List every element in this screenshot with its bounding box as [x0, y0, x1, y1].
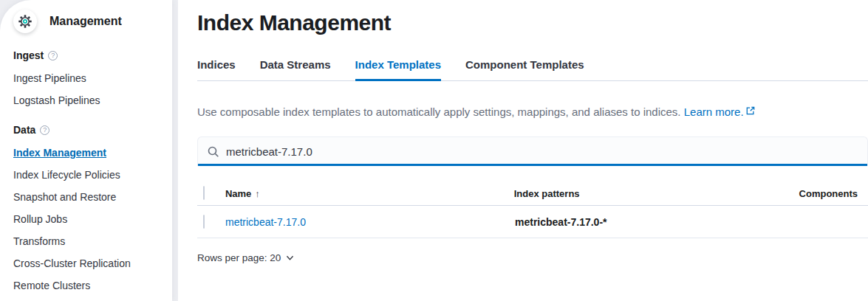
management-gear-avatar	[13, 10, 37, 33]
sidebar-item-ingest-pipelines[interactable]: Ingest Pipelines	[13, 72, 160, 84]
index-patterns-value: metricbeat-7.17.0-*	[515, 216, 801, 228]
index-templates-table: Name↑ Index patterns Components metricbe…	[197, 181, 868, 238]
column-header-components: Components	[799, 188, 868, 199]
external-link-icon	[746, 105, 755, 117]
sidebar-section-data: Data ? Index Management Index Lifecycle …	[13, 124, 160, 291]
tab-component-templates[interactable]: Component Templates	[465, 58, 584, 80]
tab-indices[interactable]: Indices	[197, 58, 236, 80]
page-title: Index Management	[197, 10, 868, 35]
column-header-name[interactable]: Name↑	[225, 188, 514, 199]
sidebar-header: Management	[13, 10, 160, 33]
row-checkbox[interactable]	[203, 215, 205, 229]
sort-ascending-arrow-icon: ↑	[255, 188, 260, 199]
management-sidebar: Management Ingest ? Ingest Pipelines Log…	[0, 0, 172, 301]
template-name-link[interactable]: metricbeat-7.17.0	[225, 216, 515, 228]
learn-more-label: Learn more.	[684, 105, 744, 118]
sidebar-item-rollup-jobs[interactable]: Rollup Jobs	[13, 213, 160, 225]
section-heading-label: Data	[13, 124, 35, 136]
search-input[interactable]	[226, 137, 867, 166]
gear-icon	[18, 14, 33, 29]
sidebar-item-logstash-pipelines[interactable]: Logstash Pipelines	[13, 94, 160, 106]
sidebar-item-cross-cluster-replication[interactable]: Cross-Cluster Replication	[13, 257, 160, 269]
search-icon	[208, 146, 219, 158]
sidebar-item-snapshot-and-restore[interactable]: Snapshot and Restore	[13, 191, 160, 203]
column-header-index-patterns: Index patterns	[514, 188, 799, 199]
learn-more-link[interactable]: Learn more.	[684, 105, 755, 118]
sidebar-title: Management	[49, 15, 122, 28]
section-heading-ingest: Ingest ?	[13, 49, 160, 61]
rows-per-page-label: Rows per page: 20	[197, 252, 281, 263]
sidebar-section-ingest: Ingest ? Ingest Pipelines Logstash Pipel…	[13, 49, 160, 106]
sidebar-item-index-lifecycle-policies[interactable]: Index Lifecycle Policies	[13, 169, 160, 181]
tab-index-templates[interactable]: Index Templates	[355, 58, 441, 80]
table-row: metricbeat-7.17.0 metricbeat-7.17.0-*	[197, 206, 868, 238]
table-header-row: Name↑ Index patterns Components	[197, 181, 868, 206]
sidebar-item-remote-clusters[interactable]: Remote Clusters	[13, 280, 160, 291]
description-text: Use composable index templates to automa…	[197, 105, 681, 118]
tab-bar: Indices Data Streams Index Templates Com…	[197, 58, 868, 81]
chevron-down-icon	[286, 255, 294, 261]
column-header-label: Name	[225, 188, 251, 199]
select-all-checkbox[interactable]	[203, 186, 205, 200]
section-heading-data: Data ?	[13, 124, 160, 136]
template-search-bar	[197, 136, 868, 166]
rows-per-page-button[interactable]: Rows per page: 20	[197, 252, 294, 263]
section-heading-label: Ingest	[13, 49, 44, 61]
tab-data-streams[interactable]: Data Streams	[260, 58, 331, 80]
sidebar-item-transforms[interactable]: Transforms	[13, 235, 160, 247]
index-management-page: Index Management Indices Data Streams In…	[178, 0, 868, 301]
help-icon[interactable]: ?	[40, 125, 49, 135]
templates-description: Use composable index templates to automa…	[197, 105, 868, 118]
sidebar-item-index-management[interactable]: Index Management	[13, 147, 160, 159]
help-icon[interactable]: ?	[48, 51, 58, 60]
